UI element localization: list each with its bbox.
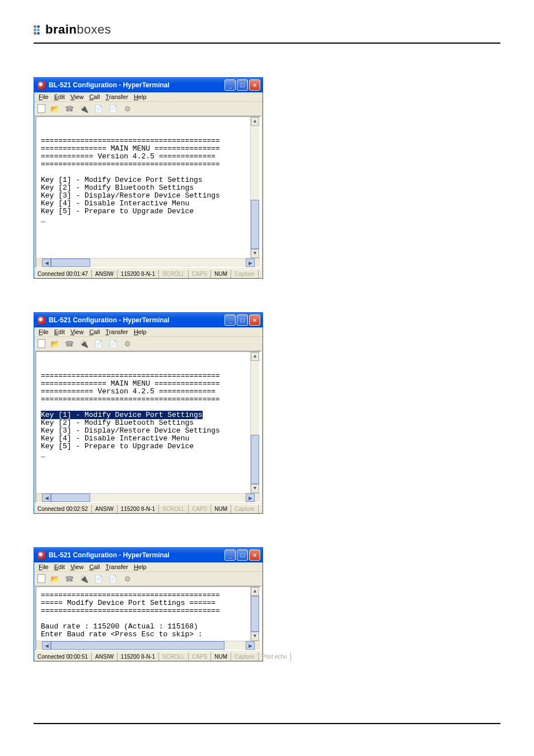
new-icon[interactable]	[38, 104, 45, 113]
menu-view[interactable]: View	[71, 328, 84, 335]
open-icon[interactable]: 📂	[50, 339, 60, 349]
menu-edit[interactable]: Edit	[54, 564, 65, 570]
maximize-button[interactable]: □	[237, 550, 248, 561]
terminal-line: ========================================…	[41, 395, 220, 403]
disconnect-icon[interactable]: 🔌	[79, 104, 89, 114]
vertical-scrollbar[interactable]: ▲▼	[250, 352, 259, 493]
scroll-thumb[interactable]	[251, 596, 259, 632]
menu-help[interactable]: Help	[134, 328, 147, 335]
terminal-frame: ========================================…	[35, 351, 261, 503]
new-icon[interactable]	[38, 339, 45, 348]
menu-file[interactable]: File	[39, 93, 49, 100]
minimize-button[interactable]: _	[224, 550, 236, 561]
terminal-output[interactable]: ========================================…	[36, 587, 260, 641]
scroll-track[interactable]	[251, 596, 259, 632]
horizontal-scrollbar[interactable]: ◀▶	[36, 493, 260, 502]
call-icon[interactable]: ☎	[64, 104, 74, 114]
properties-icon[interactable]: ⚙	[123, 339, 133, 349]
scroll-up-icon[interactable]: ▲	[251, 352, 259, 361]
terminal-output[interactable]: ========================================…	[36, 117, 260, 258]
menu-help[interactable]: Help	[134, 564, 147, 570]
receive-icon[interactable]: 📄	[108, 339, 118, 349]
horizontal-scrollbar[interactable]: ◀▶	[36, 258, 260, 267]
terminal-line: ========================================…	[41, 372, 220, 380]
maximize-button[interactable]: □	[237, 314, 248, 326]
terminal-output[interactable]: ========================================…	[36, 352, 260, 493]
menu-file[interactable]: File	[39, 564, 49, 570]
hscroll-track[interactable]	[51, 259, 246, 267]
properties-icon[interactable]: ⚙	[123, 574, 133, 584]
disconnect-icon[interactable]: 🔌	[79, 574, 89, 584]
menu-help[interactable]: Help	[134, 93, 147, 100]
scroll-track[interactable]	[251, 361, 259, 484]
call-icon[interactable]: ☎	[64, 339, 74, 349]
properties-icon[interactable]: ⚙	[123, 104, 133, 114]
scroll-down-icon[interactable]: ▼	[251, 249, 259, 258]
scroll-left-icon[interactable]: ◀	[42, 259, 51, 267]
scroll-right-icon[interactable]: ▶	[246, 259, 255, 267]
terminal-line: Enter Baud rate <Press Esc to skip> :	[41, 630, 203, 638]
hscroll-thumb[interactable]	[51, 641, 224, 650]
scroll-thumb[interactable]	[251, 200, 259, 249]
scroll-up-icon[interactable]: ▲	[251, 587, 259, 596]
receive-icon[interactable]: 📄	[108, 104, 118, 114]
close-button[interactable]: ×	[249, 314, 260, 326]
vertical-scrollbar[interactable]: ▲▼	[250, 587, 259, 641]
brand-text: brainboxes	[45, 22, 111, 37]
call-icon[interactable]: ☎	[64, 574, 74, 584]
menu-edit[interactable]: Edit	[54, 328, 65, 335]
hscroll-track[interactable]	[51, 641, 246, 650]
open-icon[interactable]: 📂	[50, 104, 60, 114]
open-icon[interactable]: 📂	[50, 574, 60, 584]
new-icon[interactable]	[38, 574, 45, 583]
window-title: BL-521 Configuration - HyperTerminal	[49, 316, 224, 324]
scroll-track[interactable]	[251, 126, 259, 249]
menu-view[interactable]: View	[71, 93, 84, 100]
window-titlebar[interactable]: BL-521 Configuration - HyperTerminal_□×	[34, 78, 263, 92]
menu-transfer[interactable]: Transfer	[105, 564, 128, 570]
menu-transfer[interactable]: Transfer	[105, 93, 128, 100]
scroll-right-icon[interactable]: ▶	[246, 641, 255, 650]
window-titlebar[interactable]: BL-521 Configuration - HyperTerminal_□×	[34, 313, 263, 327]
scroll-right-icon[interactable]: ▶	[246, 494, 255, 502]
minimize-button[interactable]: _	[224, 79, 236, 91]
menu-call[interactable]: Call	[89, 328, 100, 335]
status-scroll: SCROLL	[159, 652, 189, 661]
receive-icon[interactable]: 📄	[108, 574, 118, 584]
horizontal-scrollbar[interactable]: ◀▶	[36, 641, 260, 650]
hscroll-thumb[interactable]	[51, 259, 90, 267]
menu-edit[interactable]: Edit	[54, 93, 65, 100]
minimize-button[interactable]: _	[224, 314, 236, 326]
menu-transfer[interactable]: Transfer	[105, 328, 128, 335]
scroll-down-icon[interactable]: ▼	[251, 484, 259, 493]
send-icon[interactable]: 📄	[93, 339, 104, 349]
hscroll-track[interactable]	[51, 494, 246, 502]
menu-call[interactable]: Call	[89, 93, 100, 100]
menu-file[interactable]: File	[39, 328, 49, 335]
maximize-button[interactable]: □	[237, 79, 248, 91]
terminal-line: Key [3] - Display/Restore Device Setting…	[41, 191, 220, 200]
scroll-thumb[interactable]	[251, 435, 259, 484]
disconnect-icon[interactable]: 🔌	[79, 339, 89, 349]
hscroll-thumb[interactable]	[51, 494, 90, 502]
page-header: brainboxes	[34, 22, 500, 44]
terminal-line: Key [2] - Modify Bluetooth Settings	[41, 419, 194, 427]
app-icon	[38, 551, 45, 559]
menu-call[interactable]: Call	[89, 564, 100, 570]
close-button[interactable]: ×	[249, 550, 260, 561]
terminal-frame: ========================================…	[35, 116, 261, 268]
terminal-line: ========================================…	[41, 591, 220, 599]
close-button[interactable]: ×	[249, 79, 260, 91]
scroll-down-icon[interactable]: ▼	[251, 632, 259, 641]
window-titlebar[interactable]: BL-521 Configuration - HyperTerminal_□×	[34, 548, 263, 562]
menu-view[interactable]: View	[71, 564, 84, 570]
send-icon[interactable]: 📄	[93, 104, 104, 114]
scroll-left-icon[interactable]: ◀	[42, 494, 51, 502]
status-num: NUM	[211, 270, 231, 278]
vertical-scrollbar[interactable]: ▲▼	[250, 117, 259, 258]
status-num: NUM	[211, 652, 231, 661]
window-title: BL-521 Configuration - HyperTerminal	[49, 551, 224, 559]
scroll-left-icon[interactable]: ◀	[42, 641, 51, 650]
send-icon[interactable]: 📄	[93, 574, 104, 584]
scroll-up-icon[interactable]: ▲	[251, 117, 259, 126]
